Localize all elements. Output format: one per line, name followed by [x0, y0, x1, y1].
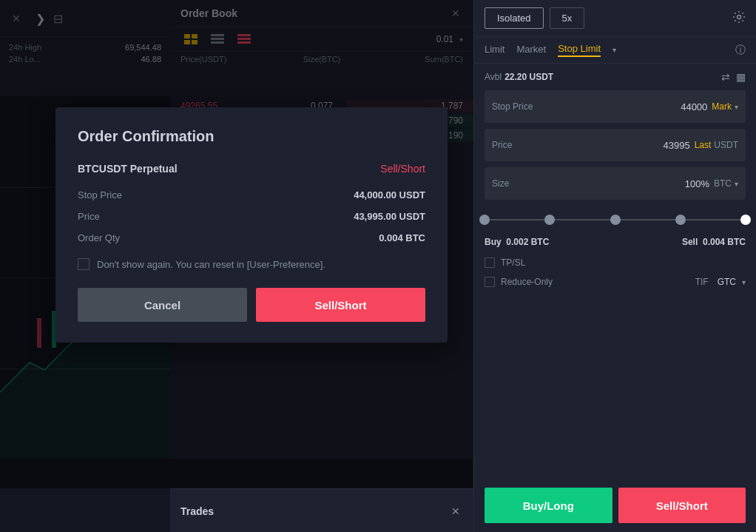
modal-dont-show-checkbox[interactable]	[78, 258, 90, 270]
modal-stop-price-value: 44,000.00 USDT	[354, 189, 425, 201]
avbl-label: Avbl	[485, 72, 502, 82]
modal-qty-label: Order Qty	[78, 232, 120, 243]
size-value: 100%	[544, 178, 709, 189]
buy-qty: Buy 0.002 BTC	[485, 237, 549, 247]
modal-side: Sell/Short	[380, 163, 425, 175]
slider-dot-75	[675, 215, 686, 225]
buy-sell-info: Buy 0.002 BTC Sell 0.004 BTC	[474, 234, 756, 253]
slider-dot-50	[610, 215, 621, 225]
sell-qty-value: 0.004 BTC	[703, 237, 746, 247]
stop-price-arrow[interactable]: ▾	[735, 103, 738, 111]
svg-point-20	[738, 15, 741, 18]
modal-price-value: 43,995.00 USDT	[354, 211, 425, 222]
modal-buttons: Cancel Sell/Short	[78, 288, 425, 322]
size-suffix: BTC	[714, 178, 732, 189]
price-value: 43995	[544, 140, 690, 151]
size-arrow[interactable]: ▾	[735, 180, 738, 188]
sell-short-btn[interactable]: Sell/Short	[618, 488, 746, 523]
margin-mode-bar: Isolated 5x	[474, 0, 756, 37]
reduce-only-checkbox[interactable]	[485, 277, 495, 287]
settings-icon	[732, 10, 746, 24]
isolated-btn[interactable]: Isolated	[485, 7, 544, 29]
sell-qty: Sell 0.004 BTC	[682, 237, 746, 247]
size-label: Size	[492, 178, 544, 189]
info-icon[interactable]: ⓘ	[735, 44, 746, 57]
avbl-value: 22.20 USDT	[504, 72, 553, 82]
price-input-group[interactable]: Price 43995 Last USDT	[485, 129, 746, 161]
slider-container[interactable]	[474, 206, 756, 234]
buy-label: Buy	[485, 237, 502, 247]
order-type-tabs: Limit Market Stop Limit ▾ ⓘ	[474, 37, 756, 64]
tp-sl-label: TP/SL	[501, 257, 525, 268]
slider-thumb-100[interactable]	[740, 215, 751, 225]
action-buttons: Buy/Long Sell/Short	[474, 479, 756, 532]
tp-sl-checkbox[interactable]	[485, 257, 495, 268]
buy-long-btn[interactable]: Buy/Long	[485, 488, 612, 523]
stop-price-label: Stop Price	[492, 101, 544, 112]
slider-dot-25	[544, 215, 555, 225]
buy-qty-value: 0.002 BTC	[506, 237, 549, 247]
calculator-icon[interactable]: ▦	[736, 71, 746, 83]
price-suffix: USDT	[714, 140, 738, 150]
stop-price-input-group[interactable]: Stop Price 44000 Mark ▾	[485, 90, 746, 123]
tab-market[interactable]: Market	[516, 44, 546, 56]
avbl-row: Avbl 22.20 USDT ⇄ ▦	[474, 64, 756, 90]
slider-track	[485, 219, 746, 220]
modal-title: Order Confirmation	[78, 128, 425, 145]
size-input-group[interactable]: Size 100% BTC ▾	[485, 167, 746, 200]
slider-dot-0	[479, 215, 490, 225]
tif-value[interactable]: GTC	[718, 277, 736, 287]
modal-dont-show-label: Don't show again. You can reset in [User…	[97, 259, 325, 270]
tp-sl-row: TP/SL	[474, 253, 756, 272]
modal-pair-row: BTCUSDT Perpetual Sell/Short	[78, 163, 425, 175]
modal-stop-price-label: Stop Price	[78, 189, 122, 201]
close-trades-btn[interactable]: ✕	[448, 504, 463, 519]
tab-stop-limit[interactable]: Stop Limit	[558, 43, 601, 57]
modal-cancel-btn[interactable]: Cancel	[78, 288, 247, 322]
order-confirmation-modal: Order Confirmation BTCUSDT Perpetual Sel…	[55, 107, 448, 343]
modal-qty-value: 0.004 BTC	[379, 232, 425, 243]
stop-price-value: 44000	[544, 101, 707, 112]
tif-arrow[interactable]: ▾	[742, 278, 746, 286]
trades-label: Trades	[180, 505, 214, 517]
refresh-icon[interactable]: ⇄	[721, 71, 730, 83]
modal-checkbox-row: Don't show again. You can reset in [User…	[78, 258, 425, 270]
modal-price-label: Price	[78, 211, 100, 222]
tif-label: TIF	[695, 277, 709, 287]
right-panel: Isolated 5x Limit Market Stop Limit ▾ ⓘ …	[473, 0, 756, 532]
modal-stop-price-row: Stop Price 44,000.00 USDT	[78, 189, 425, 201]
price-label: Price	[492, 140, 544, 150]
price-mode[interactable]: Last	[695, 140, 712, 150]
tab-limit[interactable]: Limit	[485, 44, 504, 56]
settings-btn[interactable]	[732, 10, 746, 27]
modal-sell-btn[interactable]: Sell/Short	[256, 288, 425, 322]
modal-pair: BTCUSDT Perpetual	[78, 163, 178, 175]
trades-section: Trades ✕	[170, 488, 473, 532]
reduce-only-label: Reduce-Only	[501, 277, 553, 287]
stop-price-mode[interactable]: Mark	[712, 101, 732, 112]
modal-price-row: Price 43,995.00 USDT	[78, 211, 425, 222]
avbl-icons: ⇄ ▦	[721, 71, 746, 83]
sell-label: Sell	[682, 237, 698, 247]
stop-limit-arrow[interactable]: ▾	[612, 46, 616, 54]
modal-qty-row: Order Qty 0.004 BTC	[78, 232, 425, 243]
reduce-only-row: Reduce-Only TIF GTC ▾	[474, 272, 756, 292]
leverage-btn[interactable]: 5x	[550, 7, 585, 29]
